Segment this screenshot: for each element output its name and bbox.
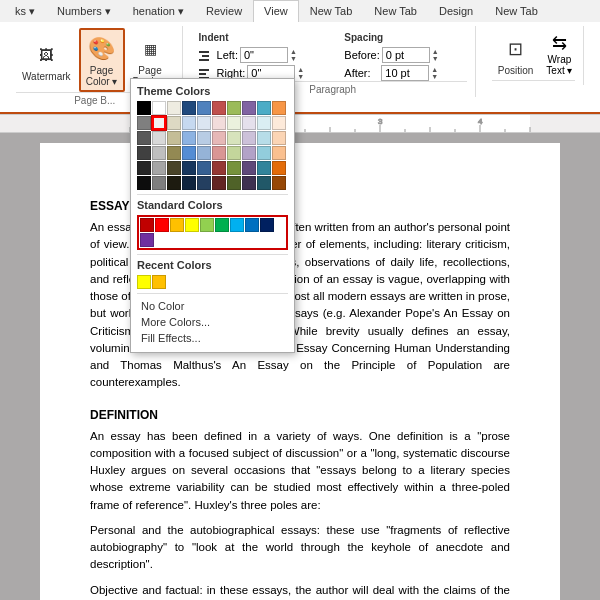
standard-color-swatch[interactable] — [260, 218, 274, 232]
position-button[interactable]: ⊡ Position — [492, 29, 540, 80]
theme-color-swatch[interactable] — [272, 161, 286, 175]
indent-left-svg — [199, 49, 215, 61]
color-menu-item[interactable]: Fill Effects... — [137, 330, 288, 346]
theme-color-swatch[interactable] — [137, 146, 151, 160]
tab-ks[interactable]: ks ▾ — [4, 0, 46, 22]
theme-color-swatch[interactable] — [212, 146, 226, 160]
theme-color-swatch[interactable] — [272, 176, 286, 190]
standard-color-swatch[interactable] — [140, 218, 154, 232]
theme-color-swatch[interactable] — [272, 116, 286, 130]
page-color-button[interactable]: 🎨 PageColor ▾ — [79, 28, 125, 92]
standard-color-swatch[interactable] — [140, 233, 154, 247]
theme-color-swatch[interactable] — [257, 161, 271, 175]
tab-numbers[interactable]: Numbers ▾ — [46, 0, 122, 22]
theme-color-swatch[interactable] — [152, 146, 166, 160]
color-menu-item[interactable]: More Colors... — [137, 314, 288, 330]
indent-left-input[interactable] — [240, 47, 288, 63]
theme-color-swatch[interactable] — [182, 131, 196, 145]
theme-color-swatch[interactable] — [152, 101, 166, 115]
theme-color-swatch[interactable] — [167, 131, 181, 145]
paragraph-items: Indent Left: ▲▼ Right: — [199, 28, 467, 81]
theme-color-swatch[interactable] — [242, 161, 256, 175]
theme-color-swatch[interactable] — [242, 116, 256, 130]
standard-color-swatch[interactable] — [200, 218, 214, 232]
theme-color-swatch[interactable] — [242, 176, 256, 190]
theme-color-swatch[interactable] — [257, 176, 271, 190]
wrap-text-button[interactable]: ⇆ WrapText ▾ — [543, 28, 575, 80]
standard-color-swatch[interactable] — [185, 218, 199, 232]
theme-color-swatch[interactable] — [197, 146, 211, 160]
theme-color-swatch[interactable] — [167, 176, 181, 190]
theme-color-swatch[interactable] — [272, 101, 286, 115]
tab-view[interactable]: View — [253, 0, 299, 22]
tab-henation[interactable]: henation ▾ — [122, 0, 195, 22]
theme-color-swatch[interactable] — [227, 161, 241, 175]
theme-color-swatch[interactable] — [137, 101, 151, 115]
theme-color-swatch[interactable] — [242, 131, 256, 145]
standard-color-swatch[interactable] — [170, 218, 184, 232]
theme-color-swatch[interactable] — [167, 161, 181, 175]
color-menu-item[interactable]: No Color — [137, 298, 288, 314]
spacing-section: Spacing Before: ▲▼ After: ▲▼ — [344, 32, 466, 81]
tab-new1[interactable]: New Tab — [299, 0, 364, 22]
theme-color-swatch[interactable] — [212, 116, 226, 130]
theme-color-swatch[interactable] — [242, 146, 256, 160]
theme-color-swatch[interactable] — [227, 176, 241, 190]
theme-color-swatch[interactable] — [197, 176, 211, 190]
theme-color-swatch[interactable] — [227, 101, 241, 115]
theme-color-swatch[interactable] — [242, 101, 256, 115]
theme-color-swatch[interactable] — [152, 176, 166, 190]
theme-color-swatch[interactable] — [197, 101, 211, 115]
theme-color-swatch[interactable] — [257, 101, 271, 115]
theme-color-swatch[interactable] — [167, 146, 181, 160]
theme-color-swatch[interactable] — [137, 176, 151, 190]
standard-colors-title: Standard Colors — [137, 199, 288, 211]
recent-color-swatch[interactable] — [152, 275, 166, 289]
theme-color-swatch[interactable] — [137, 116, 151, 130]
theme-color-swatch[interactable] — [227, 116, 241, 130]
theme-color-swatch[interactable] — [227, 131, 241, 145]
spacing-before-spinner[interactable]: ▲▼ — [432, 48, 467, 62]
standard-color-swatch[interactable] — [155, 218, 169, 232]
indent-left-spinner[interactable]: ▲▼ — [290, 48, 325, 62]
theme-color-swatch[interactable] — [212, 101, 226, 115]
standard-color-swatch[interactable] — [215, 218, 229, 232]
theme-color-swatch[interactable] — [167, 101, 181, 115]
watermark-button[interactable]: 🖼 Watermark — [16, 35, 77, 86]
indent-right-spinner[interactable]: ▲▼ — [297, 66, 332, 80]
recent-color-swatch[interactable] — [137, 275, 151, 289]
theme-color-swatch[interactable] — [212, 161, 226, 175]
theme-color-swatch[interactable] — [197, 131, 211, 145]
spacing-after-spinner[interactable]: ▲▼ — [431, 66, 466, 80]
theme-color-swatch[interactable] — [272, 131, 286, 145]
theme-color-swatch[interactable] — [152, 116, 166, 130]
theme-color-swatch[interactable] — [197, 161, 211, 175]
theme-color-swatch[interactable] — [137, 161, 151, 175]
tab-design[interactable]: Design — [428, 0, 484, 22]
theme-color-swatch[interactable] — [212, 176, 226, 190]
recent-color-grid — [137, 275, 288, 289]
theme-color-swatch[interactable] — [182, 161, 196, 175]
theme-color-swatch[interactable] — [257, 146, 271, 160]
theme-color-swatch[interactable] — [197, 116, 211, 130]
tab-new3[interactable]: New Tab — [484, 0, 549, 22]
theme-color-swatch[interactable] — [152, 161, 166, 175]
theme-color-swatch[interactable] — [152, 131, 166, 145]
spacing-after-input[interactable] — [381, 65, 429, 81]
theme-color-swatch[interactable] — [212, 131, 226, 145]
theme-color-swatch[interactable] — [272, 146, 286, 160]
tab-review[interactable]: Review — [195, 0, 253, 22]
standard-color-swatch[interactable] — [245, 218, 259, 232]
theme-color-swatch[interactable] — [182, 116, 196, 130]
theme-color-swatch[interactable] — [182, 176, 196, 190]
theme-color-swatch[interactable] — [227, 146, 241, 160]
standard-color-swatch[interactable] — [230, 218, 244, 232]
theme-color-swatch[interactable] — [137, 131, 151, 145]
theme-color-swatch[interactable] — [182, 146, 196, 160]
tab-new2[interactable]: New Tab — [363, 0, 428, 22]
theme-color-swatch[interactable] — [257, 131, 271, 145]
theme-color-swatch[interactable] — [182, 101, 196, 115]
theme-color-swatch[interactable] — [257, 116, 271, 130]
spacing-before-input[interactable] — [382, 47, 430, 63]
theme-color-swatch[interactable] — [167, 116, 181, 130]
